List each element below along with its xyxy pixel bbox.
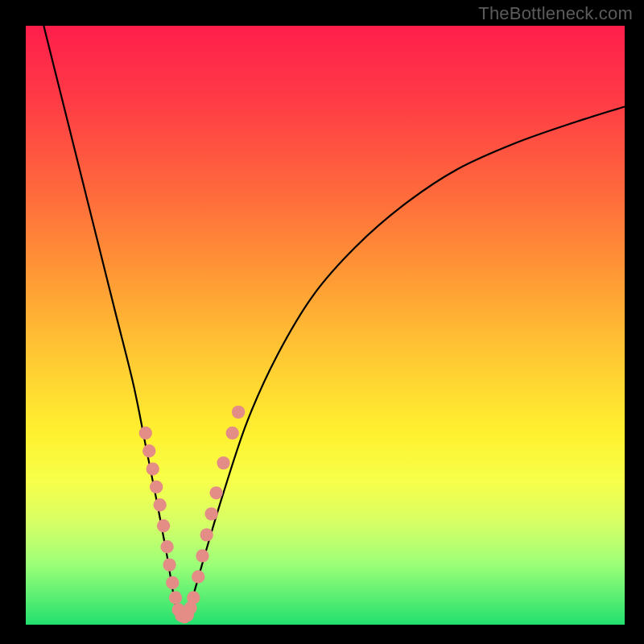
- data-marker: [139, 427, 152, 440]
- data-marker: [209, 486, 222, 499]
- curve-svg: [26, 26, 625, 625]
- data-marker: [142, 444, 155, 457]
- bottleneck-curve: [43, 26, 625, 619]
- data-marker: [200, 528, 213, 541]
- data-marker: [187, 591, 200, 604]
- data-marker: [150, 481, 163, 493]
- data-marker: [163, 558, 175, 571]
- data-marker: [217, 456, 229, 469]
- data-marker: [204, 507, 217, 520]
- watermark-text: TheBottleneck.com: [478, 3, 633, 24]
- data-marker: [153, 498, 166, 511]
- data-marker: [160, 540, 173, 553]
- data-marker: [192, 570, 204, 583]
- data-marker: [147, 462, 159, 475]
- data-marker: [166, 576, 179, 589]
- data-marker: [196, 549, 208, 562]
- chart-frame: TheBottleneck.com: [0, 0, 644, 644]
- plot-area: [26, 26, 625, 625]
- data-marker: [169, 591, 182, 604]
- data-marker: [226, 427, 239, 440]
- data-marker: [232, 406, 245, 419]
- marker-group: [139, 406, 246, 624]
- data-marker: [157, 519, 170, 532]
